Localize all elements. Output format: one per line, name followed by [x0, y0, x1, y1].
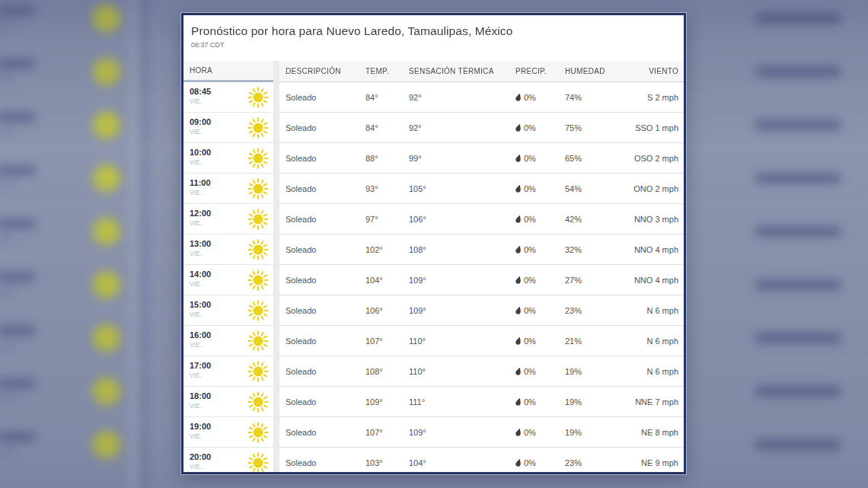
hora-cell: 13:00 VIE. [183, 234, 273, 265]
row-main-cells: Soleado 104° 109° 0% 27% NNO 4 mph [279, 265, 684, 295]
precip-value: 0% [524, 336, 536, 346]
column-gutter [273, 61, 279, 82]
sun-icon [247, 422, 269, 443]
bg-sun-blob [93, 164, 120, 192]
forecast-row[interactable]: 13:00 VIE. Soleado 102° [183, 234, 684, 265]
forecast-row[interactable]: 12:00 VIE. Soleado 97° [183, 204, 684, 234]
column-header-sensacion: SENSACIÓN TÉRMICA [409, 67, 515, 75]
hora-cell: 16:00 VIE. [183, 326, 273, 356]
precip-value: 0% [524, 306, 536, 315]
bg-time-blob [0, 326, 35, 335]
precip-value: 0% [524, 184, 536, 193]
row-temp-value: 88° [365, 154, 409, 163]
column-gutter [273, 387, 279, 417]
row-humidity-value: 21% [565, 336, 626, 346]
row-precip: 0% [515, 276, 565, 285]
row-wind-value: N 6 mph [626, 367, 684, 376]
row-temp-value: 107° [365, 428, 409, 437]
raindrop-icon [515, 367, 522, 376]
column-gutter [273, 326, 279, 356]
bg-sun-blob [93, 111, 120, 139]
sun-icon [247, 209, 269, 230]
row-feels-like-value: 109° [409, 428, 515, 437]
row-precip: 0% [515, 306, 565, 315]
row-wind-value: NNO 3 mph [626, 215, 684, 224]
precip-value: 0% [524, 215, 536, 224]
row-precip: 0% [515, 397, 565, 407]
bg-time-blob [0, 75, 15, 82]
bg-time-blob [0, 289, 15, 295]
hora-cell: 18:00 VIE. [183, 387, 273, 417]
row-main-cells: Soleado 97° 106° 0% 42% NNO 3 mph [279, 204, 684, 234]
precip-value: 0% [524, 245, 536, 254]
row-wind-value: NNO 4 mph [626, 276, 684, 285]
row-description: Soleado [286, 367, 365, 376]
sun-icon [247, 87, 269, 108]
bg-sun-blob [93, 431, 120, 458]
row-temp-value: 84° [365, 93, 409, 102]
column-header-precip: PRECIP. [515, 67, 565, 75]
forecast-row[interactable]: 08:45 VIE. Soleado 84° [183, 82, 684, 113]
row-main-cells: Soleado 102° 108° 0% 32% NNO 4 mph [279, 234, 684, 265]
row-feels-like-value: 92° [409, 123, 515, 132]
row-feels-like-value: 99° [409, 154, 515, 163]
forecast-row[interactable]: 18:00 VIE. Soleado 109° [183, 387, 684, 417]
bg-time-blob [0, 379, 35, 388]
bg-wind-blob [755, 227, 841, 236]
row-description: Soleado [286, 458, 365, 467]
row-feels-like-value: 111° [409, 397, 515, 407]
forecast-row[interactable]: 09:00 VIE. Soleado 84° [183, 113, 684, 143]
bg-sun-blob [93, 324, 120, 352]
column-header-hora: HORA [183, 61, 273, 82]
bg-wind-blob [755, 440, 841, 449]
row-precip: 0% [515, 93, 565, 102]
forecast-row[interactable]: 10:00 VIE. Soleado 88° [183, 143, 684, 174]
bg-time-blob [0, 395, 15, 402]
row-precip: 0% [515, 154, 565, 163]
bg-time-blob [0, 342, 15, 349]
row-feels-like-value: 106° [409, 215, 515, 224]
row-precip: 0% [515, 428, 565, 437]
precip-value: 0% [524, 276, 536, 285]
row-temp-value: 106° [365, 306, 409, 315]
hora-cell: 20:00 VIE. [183, 448, 273, 472]
screenshot-stage: Pronóstico por hora para Nuevo Laredo, T… [0, 0, 868, 488]
hora-cell: 12:00 VIE. [183, 204, 273, 234]
column-gutter [273, 295, 279, 326]
raindrop-icon [515, 397, 522, 407]
row-humidity-value: 19% [565, 428, 626, 437]
row-wind-value: OSO 2 mph [626, 154, 684, 163]
row-main-cells: Soleado 107° 109° 0% 19% NE 8 mph [279, 417, 684, 448]
row-feels-like-value: 110° [409, 336, 515, 346]
forecast-row[interactable]: 20:00 VIE. Soleado 103° [183, 448, 684, 472]
forecast-row[interactable]: 11:00 VIE. Soleado 93° [183, 174, 684, 204]
row-temp-value: 97° [365, 215, 409, 224]
column-gutter [273, 204, 279, 234]
raindrop-icon [515, 123, 522, 132]
row-temp-value: 103° [365, 458, 409, 467]
forecast-row[interactable]: 14:00 VIE. Soleado 104° [183, 265, 684, 295]
row-feels-like-value: 109° [409, 306, 515, 315]
bg-time-blob [0, 235, 15, 242]
row-precip: 0% [515, 184, 565, 193]
row-wind-value: N 6 mph [626, 336, 684, 346]
precip-value: 0% [524, 367, 536, 376]
row-description: Soleado [286, 123, 365, 132]
forecast-row[interactable]: 15:00 VIE. Soleado 106° [183, 295, 684, 326]
row-description: Soleado [286, 93, 365, 102]
row-description: Soleado [286, 428, 365, 437]
forecast-row[interactable]: 16:00 VIE. Soleado 107° [183, 326, 684, 356]
sun-icon [247, 148, 269, 169]
bg-time-blob [0, 6, 35, 15]
row-feels-like-value: 104° [409, 458, 515, 467]
column-gutter [273, 82, 279, 113]
row-wind-value: NNO 4 mph [626, 245, 684, 254]
column-gutter [273, 143, 279, 174]
precip-value: 0% [524, 397, 536, 407]
bg-sun-blob [93, 271, 120, 298]
raindrop-icon [515, 428, 522, 437]
sun-icon [247, 239, 269, 260]
forecast-row[interactable]: 19:00 VIE. Soleado 107° [183, 417, 684, 448]
row-humidity-value: 23% [565, 306, 626, 315]
forecast-row[interactable]: 17:00 VIE. Soleado 108° [183, 356, 684, 387]
